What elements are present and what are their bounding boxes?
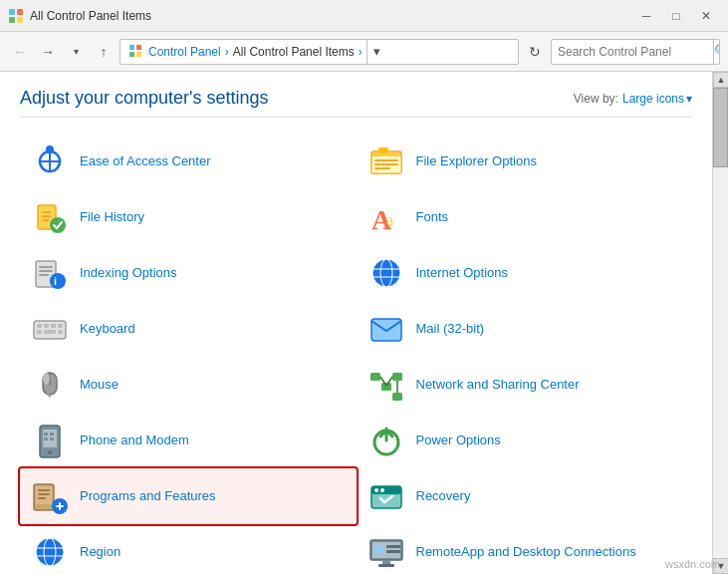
item-programs-features[interactable]: Programs and Features	[20, 468, 357, 524]
item-label: Indexing Options	[80, 265, 177, 282]
main-content: Adjust your computer's settings View by:…	[0, 72, 728, 574]
content-header: Adjust your computer's settings View by:…	[20, 88, 692, 118]
breadcrumb-control-panel[interactable]: Control Panel	[148, 45, 221, 59]
remoteapp-icon	[366, 532, 406, 572]
item-label: Programs and Features	[80, 488, 216, 505]
svg-rect-27	[39, 270, 53, 272]
svg-rect-39	[51, 324, 56, 328]
svg-rect-17	[378, 147, 388, 153]
item-label: Fonts	[416, 209, 449, 226]
forward-button[interactable]: →	[36, 40, 60, 64]
maximize-button[interactable]: □	[662, 5, 690, 27]
item-ease-of-access[interactable]: Ease of Access Center	[20, 134, 357, 189]
power-options-icon	[366, 421, 406, 460]
svg-rect-69	[38, 497, 46, 499]
scroll-thumb[interactable]	[713, 88, 728, 167]
search-button[interactable]: 🔍	[713, 39, 720, 65]
title-bar-icon	[8, 8, 24, 24]
phone-modem-icon	[30, 421, 70, 460]
item-label: File History	[80, 209, 144, 226]
svg-rect-37	[37, 324, 42, 328]
svg-rect-42	[44, 330, 56, 334]
close-button[interactable]: ✕	[692, 5, 720, 27]
item-file-explorer-options[interactable]: File Explorer Options	[357, 134, 693, 189]
item-label: Keyboard	[80, 321, 135, 338]
up-button[interactable]: ↑	[92, 40, 116, 64]
scroll-up-button[interactable]: ▲	[713, 72, 728, 88]
svg-point-76	[380, 488, 384, 492]
item-recovery[interactable]: Recovery	[357, 468, 693, 524]
breadcrumb-all-items[interactable]: All Control Panel Items	[233, 45, 355, 59]
svg-rect-7	[136, 52, 141, 57]
minimize-button[interactable]: ─	[632, 5, 660, 27]
search-box: 🔍	[551, 39, 720, 65]
svg-rect-62	[50, 437, 54, 440]
svg-rect-15	[374, 163, 398, 165]
item-network-sharing[interactable]: Network and Sharing Center	[357, 357, 693, 413]
svg-rect-14	[374, 159, 398, 161]
svg-point-22	[50, 217, 66, 233]
control-panel-path-icon	[128, 44, 144, 60]
mail-icon	[366, 309, 406, 349]
item-region[interactable]: Region	[20, 524, 357, 574]
svg-rect-85	[378, 564, 394, 567]
svg-rect-19	[42, 211, 52, 213]
scrollbar: ▲ ▼	[712, 72, 728, 574]
svg-rect-68	[38, 493, 50, 495]
address-dropdown-button[interactable]: ▾	[366, 39, 386, 65]
svg-rect-59	[44, 432, 48, 435]
item-indexing-options[interactable]: i Indexing Options	[20, 245, 357, 301]
svg-text:i: i	[54, 275, 57, 287]
address-bar: ← → ▾ ↑ Control Panel › All Control Pane…	[0, 32, 728, 72]
recovery-icon	[366, 476, 406, 516]
items-grid: Ease of Access Center File Explorer Opti…	[20, 134, 692, 574]
view-by: View by: Large icons ▾	[574, 92, 692, 106]
refresh-button[interactable]: ↻	[523, 40, 547, 64]
back-button[interactable]: ←	[8, 40, 32, 64]
item-mouse[interactable]: Mouse	[20, 357, 357, 413]
item-internet-options[interactable]: Internet Options	[357, 245, 693, 301]
mouse-icon	[30, 365, 70, 405]
svg-rect-26	[39, 266, 53, 268]
svg-point-29	[50, 273, 66, 289]
item-mail[interactable]: Mail (32-bit)	[357, 301, 693, 357]
svg-rect-4	[129, 45, 134, 50]
item-label: Internet Options	[416, 265, 509, 282]
window-controls: ─ □ ✕	[632, 5, 720, 27]
svg-text:a: a	[386, 211, 393, 228]
item-remoteapp[interactable]: RemoteApp and Desktop Connections	[357, 524, 693, 574]
svg-rect-67	[38, 489, 50, 491]
item-power-options[interactable]: Power Options	[357, 413, 693, 468]
svg-rect-5	[136, 45, 141, 50]
recent-button[interactable]: ▾	[64, 40, 88, 64]
watermark: wsxdn.com	[665, 558, 720, 570]
svg-rect-84	[382, 560, 390, 564]
view-by-selector[interactable]: Large icons ▾	[622, 92, 692, 106]
svg-rect-6	[129, 52, 134, 57]
svg-rect-86	[374, 545, 384, 553]
region-icon	[30, 532, 70, 572]
address-path: Control Panel › All Control Panel Items …	[120, 39, 519, 65]
svg-rect-16	[374, 167, 390, 169]
item-file-history[interactable]: File History	[20, 189, 357, 245]
item-keyboard[interactable]: Keyboard	[20, 301, 357, 357]
svg-point-75	[374, 488, 378, 492]
page-title: Adjust your computer's settings	[20, 88, 269, 109]
svg-rect-38	[44, 324, 49, 328]
svg-rect-40	[58, 324, 63, 328]
item-phone-modem[interactable]: Phone and Modem	[20, 413, 357, 468]
ease-of-access-icon	[30, 142, 70, 181]
network-sharing-icon	[366, 365, 406, 405]
search-input[interactable]	[552, 45, 713, 59]
item-label: Recovery	[416, 488, 471, 505]
svg-rect-43	[58, 330, 63, 334]
item-fonts[interactable]: A a Fonts	[357, 189, 693, 245]
window-title: All Control Panel Items	[30, 9, 151, 23]
item-label: Ease of Access Center	[80, 153, 211, 170]
programs-features-icon	[30, 476, 70, 516]
svg-point-58	[48, 450, 52, 454]
svg-rect-87	[386, 545, 400, 548]
indexing-options-icon: i	[30, 253, 70, 293]
svg-rect-61	[44, 437, 48, 440]
keyboard-icon	[30, 309, 70, 349]
